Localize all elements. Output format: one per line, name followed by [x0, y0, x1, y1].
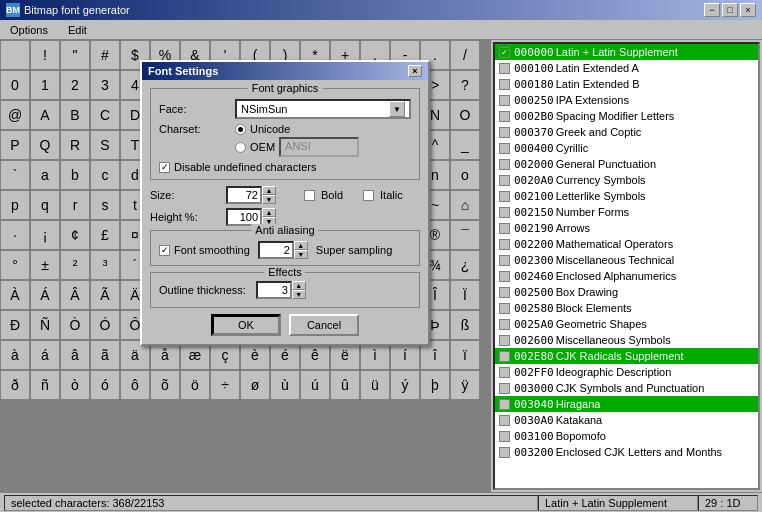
oem-label: OEM — [250, 141, 275, 153]
outline-label: Outline thickness: — [159, 284, 246, 296]
outline-up-button[interactable]: ▲ — [292, 281, 306, 290]
smoothing-row: Font smoothing ▲ ▼ Super sampling — [159, 241, 411, 259]
oem-radio[interactable] — [235, 142, 246, 153]
size-input[interactable] — [226, 186, 262, 204]
smoothing-up-button[interactable]: ▲ — [294, 241, 308, 250]
size-label: Size: — [150, 189, 220, 201]
dialog-title: Font Settings — [148, 65, 218, 77]
super-sampling-label: Super sampling — [316, 244, 392, 256]
height-up-button[interactable]: ▲ — [262, 208, 276, 217]
oem-radio-row: OEM ANSI — [235, 137, 359, 157]
anti-aliasing-section: Anti aliasing Font smoothing ▲ ▼ Super s… — [150, 230, 420, 266]
smoothing-spin-buttons: ▲ ▼ — [294, 241, 308, 259]
face-row: Face: NSimSun ▼ — [159, 99, 411, 119]
smoothing-spinner: ▲ ▼ — [258, 241, 308, 259]
charset-radio-group: Unicode OEM ANSI — [235, 123, 359, 157]
charset-row: Charset: Unicode OEM ANSI — [159, 123, 411, 157]
disable-chars-row: Disable undefined characters — [159, 161, 411, 173]
dialog-close-button[interactable]: × — [408, 65, 422, 77]
italic-label: Italic — [380, 189, 403, 201]
outline-input[interactable] — [256, 281, 292, 299]
smoothing-checkbox[interactable] — [159, 245, 170, 256]
outline-spin-buttons: ▲ ▼ — [292, 281, 306, 299]
dialog-title-bar: Font Settings × — [142, 62, 428, 80]
size-down-button[interactable]: ▼ — [262, 195, 276, 204]
font-graphics-label: Font graphics — [248, 82, 323, 94]
ok-button[interactable]: OK — [211, 314, 281, 336]
effects-section: Effects Outline thickness: ▲ ▼ — [150, 272, 420, 308]
dialog-buttons: OK Cancel — [150, 314, 420, 336]
anti-aliasing-label: Anti aliasing — [251, 224, 318, 236]
smoothing-input[interactable] — [258, 241, 294, 259]
unicode-radio[interactable] — [235, 124, 246, 135]
height-label: Height %: — [150, 211, 220, 223]
unicode-label: Unicode — [250, 123, 290, 135]
outline-down-button[interactable]: ▼ — [292, 290, 306, 299]
unicode-radio-row: Unicode — [235, 123, 359, 135]
face-label: Face: — [159, 103, 229, 115]
dialog-body: Font graphics Face: NSimSun ▼ Charset: — [142, 80, 428, 344]
size-row: Size: ▲ ▼ Bold Italic — [150, 186, 420, 204]
oem-select[interactable]: ANSI — [279, 137, 359, 157]
bold-label: Bold — [321, 189, 343, 201]
smoothing-label: Font smoothing — [174, 244, 250, 256]
charset-label: Charset: — [159, 123, 229, 135]
font-graphics-section: Font graphics Face: NSimSun ▼ Charset: — [150, 88, 420, 180]
font-settings-dialog: Font Settings × Font graphics Face: NSim… — [140, 60, 430, 346]
size-up-button[interactable]: ▲ — [262, 186, 276, 195]
disable-chars-label: Disable undefined characters — [174, 161, 316, 173]
face-dropdown[interactable]: NSimSun ▼ — [235, 99, 411, 119]
dialog-overlay: Font Settings × Font graphics Face: NSim… — [0, 0, 762, 512]
size-spinner: ▲ ▼ — [226, 186, 276, 204]
effects-label: Effects — [264, 266, 305, 278]
bold-checkbox[interactable] — [304, 190, 315, 201]
disable-chars-checkbox[interactable] — [159, 162, 170, 173]
smoothing-down-button[interactable]: ▼ — [294, 250, 308, 259]
cancel-button[interactable]: Cancel — [289, 314, 359, 336]
italic-checkbox[interactable] — [363, 190, 374, 201]
face-dropdown-arrow: ▼ — [389, 101, 405, 117]
outline-row: Outline thickness: ▲ ▼ — [159, 281, 411, 299]
size-spin-buttons: ▲ ▼ — [262, 186, 276, 204]
outline-spinner: ▲ ▼ — [256, 281, 306, 299]
size-section: Size: ▲ ▼ Bold Italic — [150, 186, 420, 226]
